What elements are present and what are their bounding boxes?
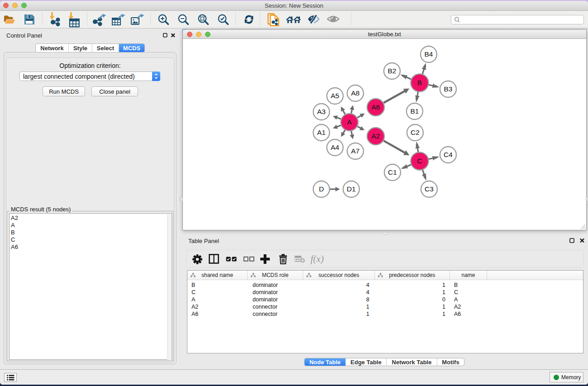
svg-text:C2: C2 bbox=[411, 129, 420, 136]
svg-text:A2: A2 bbox=[372, 132, 380, 140]
svg-text:A7: A7 bbox=[351, 147, 360, 155]
svg-text:C4: C4 bbox=[444, 151, 453, 158]
svg-text:A: A bbox=[347, 118, 352, 126]
svg-text:A8: A8 bbox=[351, 89, 360, 97]
svg-text:C1: C1 bbox=[388, 168, 397, 176]
svg-text:B4: B4 bbox=[425, 50, 433, 58]
svg-text:B1: B1 bbox=[411, 107, 419, 115]
svg-text:A4: A4 bbox=[331, 143, 339, 151]
svg-text:A6: A6 bbox=[372, 103, 380, 111]
svg-text:B3: B3 bbox=[444, 85, 453, 93]
svg-text:B2: B2 bbox=[388, 67, 397, 75]
svg-text:B: B bbox=[417, 79, 422, 86]
svg-text:D: D bbox=[319, 185, 324, 193]
svg-text:A5: A5 bbox=[331, 92, 339, 100]
svg-text:C3: C3 bbox=[425, 185, 434, 193]
svg-text:A3: A3 bbox=[317, 108, 326, 115]
svg-text:D1: D1 bbox=[347, 185, 356, 193]
svg-text:A1: A1 bbox=[317, 129, 326, 136]
svg-text:C: C bbox=[417, 157, 422, 165]
